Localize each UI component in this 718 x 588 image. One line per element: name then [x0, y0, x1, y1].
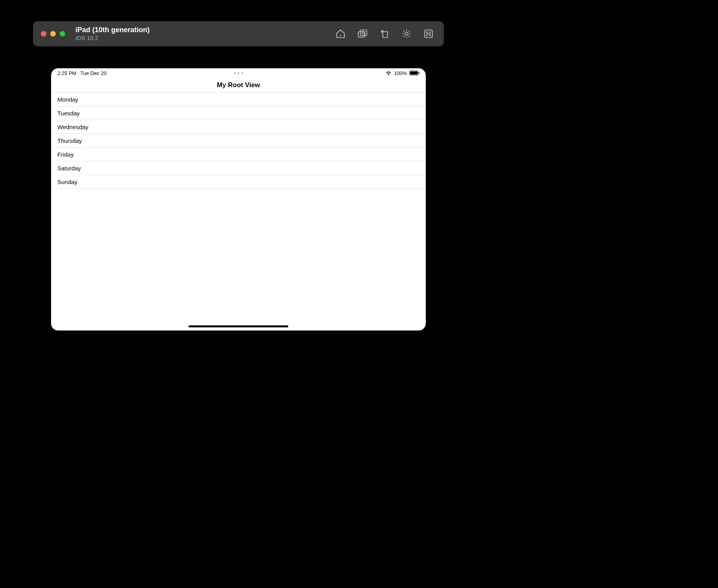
- wifi-icon: [385, 71, 392, 75]
- svg-point-5: [405, 32, 408, 35]
- svg-line-12: [403, 36, 404, 37]
- ios-status-bar: 2:25 PM Tue Dec 20 100%: [51, 68, 426, 78]
- ipad-device-frame: 2:25 PM Tue Dec 20 100%: [33, 50, 444, 349]
- list-item-label: Wednesday: [57, 124, 88, 130]
- svg-line-10: [403, 31, 404, 31]
- svg-rect-17: [419, 72, 419, 74]
- status-bar-right: 100%: [385, 70, 419, 76]
- list-item-label: Thursday: [57, 137, 82, 144]
- svg-rect-16: [410, 71, 418, 75]
- svg-line-11: [408, 36, 409, 37]
- home-indicator[interactable]: [189, 325, 288, 327]
- multitask-dots-icon[interactable]: [234, 72, 243, 74]
- status-time: 2:25 PM: [57, 70, 76, 76]
- list-item[interactable]: Sunday: [51, 175, 426, 189]
- battery-percent: 100%: [394, 70, 407, 76]
- svg-line-13: [408, 31, 409, 31]
- zoom-window-button[interactable]: [60, 31, 65, 37]
- svg-point-0: [340, 35, 341, 36]
- window-controls: [41, 31, 65, 37]
- device-info: iPad (10th generation) iOS 16.2: [75, 26, 150, 42]
- brightness-icon[interactable]: [401, 29, 412, 39]
- status-bar-left: 2:25 PM Tue Dec 20: [57, 70, 106, 76]
- toolbar-actions: [335, 29, 436, 39]
- list-item-label: Sunday: [57, 179, 77, 185]
- navigation-bar: My Root View: [51, 78, 426, 93]
- ipad-screen: 2:25 PM Tue Dec 20 100%: [51, 68, 426, 331]
- status-date: Tue Dec 20: [80, 70, 106, 76]
- simulator-toolbar: iPad (10th generation) iOS 16.2: [33, 21, 444, 46]
- svg-rect-2: [361, 30, 367, 35]
- keyboard-shortcuts-icon[interactable]: [423, 29, 434, 39]
- home-icon[interactable]: [335, 29, 346, 39]
- svg-rect-1: [358, 32, 364, 37]
- device-os-label: iOS 16.2: [75, 35, 150, 42]
- list-item-label: Friday: [57, 151, 74, 158]
- list-item-label: Saturday: [57, 165, 81, 172]
- list-item-label: Monday: [57, 96, 78, 103]
- list-item[interactable]: Wednesday: [51, 120, 426, 134]
- days-list: Monday Tuesday Wednesday Thursday Friday…: [51, 93, 426, 331]
- list-item[interactable]: Monday: [51, 93, 426, 106]
- list-item-label: Tuesday: [57, 110, 80, 117]
- close-window-button[interactable]: [41, 31, 46, 37]
- device-name-label: iPad (10th generation): [75, 26, 150, 35]
- battery-icon: [409, 71, 419, 75]
- page-title: My Root View: [217, 81, 260, 89]
- screenshot-icon[interactable]: [357, 29, 368, 39]
- minimize-window-button[interactable]: [50, 31, 56, 37]
- rotate-icon[interactable]: [379, 29, 390, 39]
- list-item[interactable]: Saturday: [51, 161, 426, 175]
- svg-rect-4: [383, 32, 388, 38]
- list-item[interactable]: Tuesday: [51, 106, 426, 120]
- list-item[interactable]: Friday: [51, 148, 426, 161]
- list-item[interactable]: Thursday: [51, 134, 426, 148]
